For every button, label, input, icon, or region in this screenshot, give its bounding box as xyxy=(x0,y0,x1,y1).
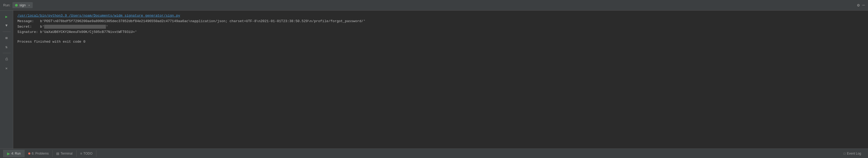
output-panel: /usr/local/bin/python3.9 /Users/noam/Doc… xyxy=(13,10,868,149)
top-bar: Run: sign × ⚙ — xyxy=(0,0,868,10)
secret-value: b' ' xyxy=(40,25,108,29)
signature-label: Signature: xyxy=(18,30,40,34)
exit-line: Process finished with exit code 0 xyxy=(18,39,864,45)
event-log-button[interactable]: □ Event Log xyxy=(840,150,865,157)
scroll-down-button[interactable]: ▼ xyxy=(2,22,11,30)
grid-view-button[interactable]: ⊞ xyxy=(2,34,11,42)
run-action-button[interactable]: ▶ xyxy=(2,13,11,21)
bottom-bar: ▶ 4: Run 6: Problems ▤ Terminal ≡ TODO □… xyxy=(0,149,868,158)
tab-dot-icon xyxy=(15,4,18,7)
run-tab[interactable]: sign × xyxy=(12,2,32,8)
event-log-icon: □ xyxy=(844,152,845,155)
run-tab-icon: ▶ xyxy=(7,151,10,156)
delete-button[interactable]: ✕ xyxy=(2,64,11,72)
signature-value: b'UaXaUB6YCKY2AeeuFk00K/Cj505cB77NivxtWF… xyxy=(40,30,137,34)
tab-problems[interactable]: 6: Problems xyxy=(25,150,53,157)
tab-close-icon[interactable]: × xyxy=(28,4,30,7)
sort-button[interactable]: ⇅ xyxy=(2,43,11,51)
print-button[interactable]: ⎙ xyxy=(2,55,11,63)
message-line: Message: b'POST\n078bdf5f7296200ae9a8990… xyxy=(18,19,864,24)
terminal-tab-label: Terminal xyxy=(60,152,72,155)
run-tab-label: 4: Run xyxy=(11,152,21,155)
filepath-line[interactable]: /usr/local/bin/python3.9 /Users/noam/Doc… xyxy=(18,14,180,17)
settings-icon[interactable]: ⚙ xyxy=(857,3,860,8)
run-label: Run: xyxy=(3,3,10,7)
tab-terminal[interactable]: ▤ Terminal xyxy=(53,150,76,157)
tab-todo[interactable]: ≡ TODO xyxy=(76,150,96,157)
problems-dot-icon xyxy=(28,153,30,155)
tab-run[interactable]: ▶ 4: Run xyxy=(3,150,25,157)
output-content: /usr/local/bin/python3.9 /Users/noam/Doc… xyxy=(13,10,868,149)
todo-tab-label: TODO xyxy=(84,152,92,155)
left-sidebar: ▶ ▼ ⊞ ⇅ ⎙ ✕ xyxy=(0,10,13,149)
sidebar-separator-1 xyxy=(3,32,10,32)
sidebar-separator-2 xyxy=(3,53,10,53)
top-bar-right: ⚙ — xyxy=(857,3,865,8)
problems-tab-label: 6: Problems xyxy=(32,152,49,155)
secret-line: Secret: b' ' xyxy=(18,24,864,30)
message-label: Message: xyxy=(18,19,40,23)
secret-label: Secret: xyxy=(18,25,40,29)
message-value: b'POST\n078bdf5f7296200ae9a89901305dec37… xyxy=(40,19,366,23)
minimize-icon[interactable]: — xyxy=(862,3,865,8)
main-area: ▶ ▼ ⊞ ⇅ ⎙ ✕ /usr/local/bin/python3.9 /Us… xyxy=(0,10,868,149)
signature-line: Signature: b'UaXaUB6YCKY2AeeuFk00K/Cj505… xyxy=(18,30,864,35)
todo-tab-icon: ≡ xyxy=(80,152,82,155)
tab-name: sign xyxy=(19,3,26,7)
terminal-tab-icon: ▤ xyxy=(56,152,59,155)
event-log-label: Event Log xyxy=(847,152,861,155)
